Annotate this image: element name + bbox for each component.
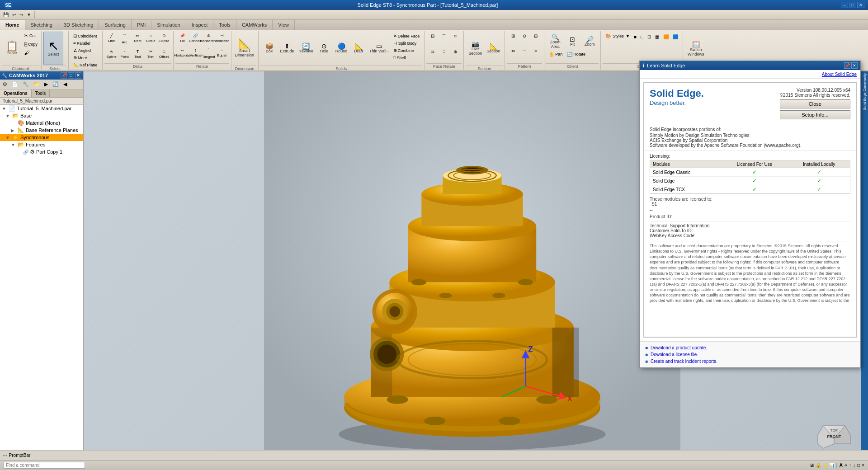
section-button[interactable]: 📐 Section <box>485 33 502 64</box>
modules-scroll-area[interactable]: Modules Licensed For Use Installed Local… <box>650 161 850 193</box>
title-bar-controls[interactable]: ─ □ ✕ <box>841 2 864 8</box>
select-button[interactable]: ↖ Select <box>43 32 63 65</box>
arc-btn[interactable]: ⌒Arc <box>118 33 131 45</box>
close-button[interactable]: Close <box>780 99 850 108</box>
camworks-icon-2[interactable]: 📄 <box>10 80 20 88</box>
tangent-btn[interactable]: ⌒Tangent <box>203 47 215 60</box>
part-style-btn1[interactable]: 🟧 <box>661 33 670 40</box>
face-equal-btn[interactable]: = <box>439 48 449 55</box>
camworks-close-button[interactable]: ✕ <box>75 72 81 79</box>
scroll-down-icon[interactable]: ↓ <box>853 463 855 468</box>
tab-3d-sketching[interactable]: 3D Sketching <box>58 20 99 30</box>
camworks-icon-3[interactable]: 🔧 <box>21 80 31 88</box>
smart-dimension-button[interactable]: 📐 SmartDimension <box>233 32 256 65</box>
equal-btn[interactable]: =Equal <box>216 47 228 58</box>
shell-btn[interactable]: □ Shell <box>392 54 422 61</box>
tab-home[interactable]: Home <box>0 20 25 30</box>
pattern-circ-btn[interactable]: ⊙ <box>519 33 530 39</box>
thin-wall-button[interactable]: ▭ Thin Wall - <box>368 33 391 64</box>
undo-button[interactable]: ↩ <box>11 12 17 18</box>
thin-pattern-btn[interactable]: ≡ <box>530 47 541 54</box>
footer-item-incident[interactable]: ■ Create and track incident reports. <box>645 358 855 365</box>
more-planes-btn[interactable]: ⊕ More <box>71 54 89 61</box>
vertical-btn[interactable]: ↕Vertical <box>189 47 202 58</box>
camworks-float-button[interactable]: □ <box>68 72 74 79</box>
close-status-icon[interactable]: × <box>862 463 864 468</box>
live-section-button[interactable]: 📷 LiveSection <box>467 33 484 64</box>
parallel-plane-btn[interactable]: = Parallel <box>71 40 92 47</box>
setup-info-button[interactable]: Setup Info... <box>780 110 850 119</box>
minimize-button[interactable]: ─ <box>841 2 848 8</box>
part-style-btn2[interactable]: 🟦 <box>671 33 680 40</box>
styles-dropdown[interactable]: 🎨 Styles ▼ <box>604 33 631 39</box>
restore-button[interactable]: □ <box>849 2 856 8</box>
fix-btn[interactable]: 📌Fix <box>176 33 189 44</box>
camworks-icon-7[interactable]: ◀ <box>61 80 69 88</box>
face-tangent-btn[interactable]: ⌒ <box>439 33 449 41</box>
window-icon[interactable]: □ <box>857 463 860 468</box>
tab-simulation[interactable]: Simulation <box>151 20 186 30</box>
tab-tools[interactable]: Tools <box>213 20 236 30</box>
combine-btn[interactable]: ⊕ Combine <box>392 47 422 54</box>
view-style-btn3[interactable]: ⊡ <box>646 33 653 40</box>
rotate-btn[interactable]: 🔄 Rotate <box>565 51 587 58</box>
learn-panel-close-button[interactable]: ✕ <box>851 62 858 69</box>
trim-btn[interactable]: ✂Trim <box>145 48 157 60</box>
footer-item-update[interactable]: ■ Download a product update. <box>645 344 855 351</box>
delete-face-btn[interactable]: ✕ Delete Face <box>392 33 422 39</box>
tree-item-tutorial[interactable]: ▼ 📄 Tutorial_5_Machined.par <box>0 105 83 112</box>
cut-button[interactable]: ✂Cut <box>22 32 39 40</box>
camworks-icon-1[interactable]: ⚙ <box>1 80 9 88</box>
find-command-input[interactable] <box>4 462 85 469</box>
circle-btn[interactable]: ○Circle <box>145 33 157 44</box>
horizontal-btn[interactable]: ↔Horizontal <box>176 47 189 58</box>
text-btn[interactable]: TText <box>132 48 144 60</box>
format-painter-button[interactable]: 🖌 <box>22 49 39 57</box>
tree-item-base[interactable]: ▼ 📂 Base <box>0 112 83 119</box>
symmetry-btn[interactable]: ⊣ <box>519 47 530 54</box>
extrude-button[interactable]: ⬆ Extrude <box>278 33 296 64</box>
about-solid-edge-link[interactable]: About Solid Edge <box>822 72 857 77</box>
offset-btn[interactable]: ⊂Offset <box>158 48 170 60</box>
tab-sketching[interactable]: Sketching <box>25 20 58 30</box>
text-size-a-large[interactable]: A <box>840 463 843 468</box>
learn-panel-pin-button[interactable]: 📌 <box>844 62 850 69</box>
scroll-up-icon[interactable]: ↑ <box>849 463 851 468</box>
revolve-button[interactable]: 🔄 Revolve <box>297 33 316 64</box>
ref-plane-btn[interactable]: 📐 Ref Plane <box>71 61 99 68</box>
fit-button[interactable]: ⊡ Fit <box>564 33 580 51</box>
text-size-a-small[interactable]: A <box>844 463 847 468</box>
mirror-btn[interactable]: ⇔ <box>508 47 519 54</box>
tab-surfacing[interactable]: Surfacing <box>99 20 131 30</box>
collinear-btn[interactable]: ⊣Collinear <box>216 33 228 44</box>
face-sym-btn[interactable]: ⊃ <box>427 48 438 55</box>
footer-item-license[interactable]: ■ Download a license file. <box>645 351 855 358</box>
pattern-rect-btn[interactable]: ⊞ <box>508 33 519 39</box>
camworks-icon-5[interactable]: ▶ <box>42 80 50 88</box>
camworks-panel-controls[interactable]: 📌 □ ✕ <box>61 72 81 79</box>
text-size-controls[interactable]: A A ↑ ↓ □ × <box>836 463 864 468</box>
community-button[interactable]: Solid Edge Community <box>863 71 867 112</box>
tab-camworks[interactable]: CAMWorks <box>236 20 273 30</box>
draft-button[interactable]: 📐 Draft <box>350 33 367 64</box>
save-button[interactable]: 💾 <box>2 12 10 18</box>
concentric-btn[interactable]: ⊚Concentric <box>203 33 215 44</box>
camworks-pin-button[interactable]: 📌 <box>61 72 67 79</box>
pattern-fill-btn[interactable]: ⊟ <box>530 33 541 39</box>
tab-view[interactable]: View <box>273 20 295 30</box>
face-more-btn[interactable]: ⊕ <box>450 48 461 55</box>
view-style-btn4[interactable]: ▦ <box>653 33 661 40</box>
pan-btn[interactable]: ✋ Pan <box>547 51 564 58</box>
qat-dropdown-button[interactable]: ▼ <box>25 12 33 18</box>
tab-pmi[interactable]: PMI <box>132 20 152 30</box>
tree-item-features[interactable]: ▼ 📂 Features <box>0 141 83 148</box>
face-align-btn[interactable]: ⊟ <box>427 33 438 39</box>
close-button[interactable]: ✕ <box>857 2 864 8</box>
redo-button[interactable]: ↪ <box>18 12 24 18</box>
coincident-plane-btn[interactable]: ⊟ Coincident <box>71 33 99 39</box>
line-btn[interactable]: ╱Line <box>105 33 118 44</box>
spline-btn[interactable]: ∿Spline <box>105 48 118 60</box>
split-body-btn[interactable]: ⊣ Split Body <box>392 40 422 47</box>
angled-plane-btn[interactable]: ∠ Angled <box>71 47 93 54</box>
viewport-gizmo[interactable]: FRONT TOP <box>814 414 854 454</box>
